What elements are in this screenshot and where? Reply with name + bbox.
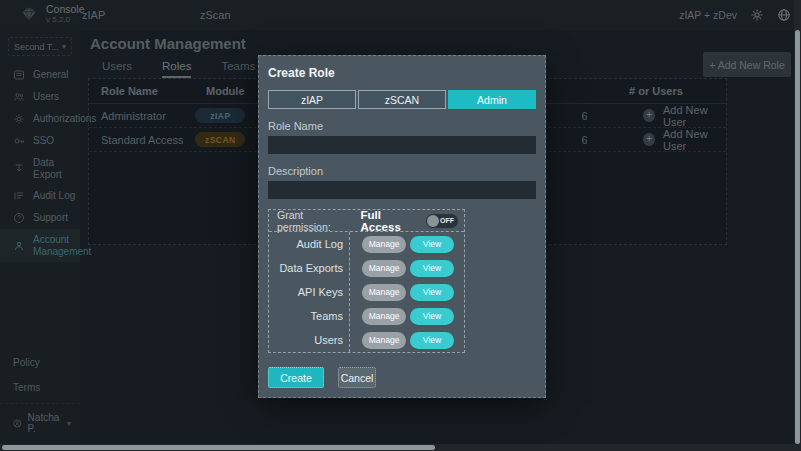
view-button[interactable]: View [410, 284, 454, 301]
modal-tab-zscan[interactable]: zSCAN [358, 90, 446, 109]
modal-tab-ziap[interactable]: zIAP [268, 90, 356, 109]
permission-row-audit-log: Audit Log Manage View [269, 232, 464, 256]
horizontal-scrollbar[interactable] [0, 444, 801, 451]
permission-row-api-keys: API Keys Manage View [269, 280, 464, 304]
divider [349, 232, 350, 352]
manage-button[interactable]: Manage [362, 260, 406, 277]
modal-module-tabs: zIAP zSCAN Admin [268, 90, 536, 109]
view-button[interactable]: View [410, 308, 454, 325]
create-role-modal: Create Role zIAP zSCAN Admin Role Name D… [258, 55, 546, 398]
grant-permission-label: Grant permission: [277, 209, 355, 233]
horizontal-scrollbar-thumb[interactable] [2, 445, 435, 450]
vertical-scrollbar-thumb[interactable] [795, 30, 800, 444]
modal-tab-admin[interactable]: Admin [448, 90, 536, 109]
manage-button[interactable]: Manage [362, 236, 406, 253]
role-name-label: Role Name [268, 120, 536, 132]
view-button[interactable]: View [410, 332, 454, 349]
app-window: Console v 5.2.0 zIAP zScan zIAP + zDev S… [0, 0, 801, 451]
toggle-knob [427, 215, 439, 227]
description-label: Description [268, 165, 536, 177]
manage-button[interactable]: Manage [362, 332, 406, 349]
toggle-state: OFF [440, 217, 454, 224]
create-button[interactable]: Create [268, 367, 324, 388]
permission-name: Data Exports [269, 262, 343, 274]
permission-row-teams: Teams Manage View [269, 304, 464, 328]
view-button[interactable]: View [410, 236, 454, 253]
modal-title: Create Role [268, 66, 536, 80]
cancel-button[interactable]: Cancel [338, 367, 376, 388]
grant-permission-section: Grant permission: Full Access OFF Audit … [268, 209, 465, 353]
permission-name: Audit Log [269, 238, 343, 250]
vertical-scrollbar[interactable] [794, 0, 801, 451]
manage-button[interactable]: Manage [362, 284, 406, 301]
permission-row-users: Users Manage View [269, 328, 464, 352]
manage-button[interactable]: Manage [362, 308, 406, 325]
permission-name: API Keys [269, 286, 343, 298]
role-name-input[interactable] [268, 136, 536, 154]
view-button[interactable]: View [410, 260, 454, 277]
permission-row-data-exports: Data Exports Manage View [269, 256, 464, 280]
permission-name: Users [269, 334, 343, 346]
description-input[interactable] [268, 181, 536, 199]
permission-name: Teams [269, 310, 343, 322]
full-access-label: Full Access [361, 209, 420, 233]
full-access-toggle[interactable]: OFF [426, 214, 458, 228]
